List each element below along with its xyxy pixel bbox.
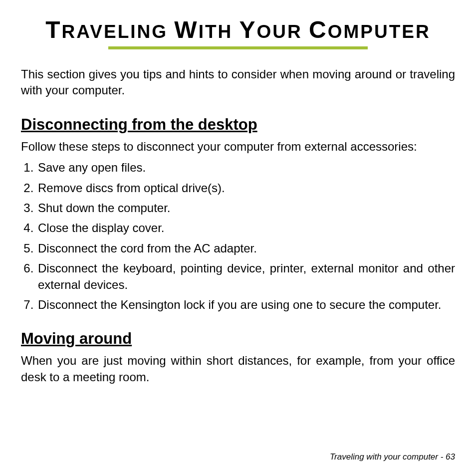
title-word-raveling: RAVELING [62, 21, 168, 42]
list-item: Disconnect the Kensington lock if you ar… [37, 297, 455, 313]
title-word-omputer: OMPUTER [328, 21, 431, 42]
title-cap-c: C [309, 16, 328, 43]
list-item: Disconnect the keyboard, pointing device… [37, 260, 455, 293]
list-item: Save any open files. [37, 160, 455, 176]
title-cap-w: W [174, 16, 198, 43]
title-word-our: OUR [257, 21, 302, 42]
title-cap-t: T [45, 16, 61, 43]
list-item: Close the display cover. [37, 220, 455, 236]
title-container: TRAVELING WITH YOUR COMPUTER [21, 16, 455, 49]
document-page: TRAVELING WITH YOUR COMPUTER This sectio… [0, 0, 476, 476]
disconnect-steps-list: Save any open files. Remove discs from o… [21, 160, 455, 313]
list-item: Shut down the computer. [37, 200, 455, 216]
section-heading-moving: Moving around [21, 330, 455, 348]
section2-body: When you are just moving within short di… [21, 353, 455, 385]
title-word-ith: ITH [199, 21, 233, 42]
page-footer: Traveling with your computer - 63 [330, 452, 455, 462]
title-cap-y: Y [239, 16, 257, 43]
intro-paragraph: This section gives you tips and hints to… [21, 66, 455, 99]
page-title: TRAVELING WITH YOUR COMPUTER [45, 16, 430, 43]
list-item: Remove discs from optical drive(s). [37, 180, 455, 196]
section1-lead: Follow these steps to disconnect your co… [21, 139, 455, 155]
list-item: Disconnect the cord from the AC adapter. [37, 240, 455, 256]
title-underline [108, 46, 368, 49]
section-heading-disconnecting: Disconnecting from the desktop [21, 116, 455, 134]
